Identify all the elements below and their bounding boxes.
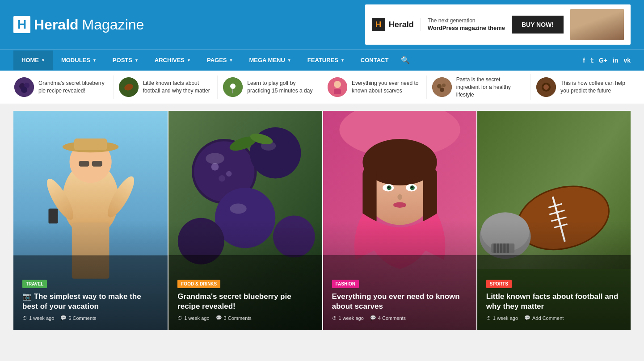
comment-icon: 💬 (60, 315, 67, 321)
svg-point-7 (230, 84, 236, 89)
ticker-thumb-3 (328, 77, 347, 97)
svg-point-36 (219, 175, 226, 182)
ticker-text-0: Grandma's secret blueberry pie recipe re… (38, 80, 108, 95)
comment-icon-sports: 💬 (524, 315, 530, 321)
svg-rect-77 (503, 243, 505, 253)
card-meta-fashion: ⏱ 1 week ago 💬 4 Comments (332, 315, 467, 321)
ticker-item-4[interactable]: Pasta is the secret ingredient for a hea… (427, 74, 531, 100)
nav-inner: HOME ▼ MODULES ▼ POSTS ▼ ARCHIVES ▼ PAGE… (0, 50, 644, 71)
svg-point-72 (481, 213, 529, 252)
svg-rect-11 (334, 89, 341, 94)
ticker-text-2: Learn to play golf by practicing 15 minu… (247, 80, 316, 95)
ad-brand-name: Herald (389, 20, 414, 29)
nav-item-home[interactable]: HOME ▼ (13, 50, 53, 70)
ticker-item-1[interactable]: Little known facts about football and wh… (114, 76, 218, 99)
ticker-item-5[interactable]: This is how coffee can help you predict … (531, 76, 635, 99)
ticker-thumb-0 (14, 77, 34, 97)
svg-point-42 (178, 218, 224, 264)
ad-image (570, 9, 624, 40)
card-category-sports: SPORTS (486, 280, 512, 288)
ticker-text-1: Little known facts about football and wh… (143, 80, 212, 95)
site-header: H Herald Magazine H Herald The next gene… (0, 0, 644, 49)
svg-point-43 (273, 216, 315, 258)
svg-point-60 (393, 202, 406, 208)
nav-item-archives[interactable]: ARCHIVES ▼ (147, 50, 199, 70)
ticker-item-2[interactable]: Learn to play golf by practicing 15 minu… (218, 76, 322, 99)
ticker-text-5: This is how coffee can help you predict … (560, 80, 630, 95)
svg-point-13 (437, 84, 442, 88)
svg-rect-74 (493, 243, 496, 253)
card-meta-travel: ⏱ 1 week ago 💬 6 Comments (22, 315, 159, 321)
comments-meta-sports: 💬 Add Comment (524, 315, 564, 321)
hero-card-food[interactable]: FOOD & DRINKS Grandma's secret blueberry… (168, 111, 322, 330)
ticker-thumb-2 (223, 77, 243, 97)
clock-icon-fashion: ⏱ (332, 315, 337, 321)
comments-meta-travel: 💬 6 Comments (60, 315, 96, 321)
svg-point-41 (230, 204, 247, 214)
ticker-thumb-1 (119, 77, 139, 97)
modules-dropdown-arrow: ▼ (93, 58, 97, 63)
main-nav: HOME ▼ MODULES ▼ POSTS ▼ ARCHIVES ▼ PAGE… (0, 49, 644, 71)
nav-item-posts[interactable]: POSTS ▼ (105, 50, 147, 70)
ticker-bar: Grandma's secret blueberry pie recipe re… (0, 71, 644, 104)
card-category-fashion: FASHION (332, 280, 359, 288)
time-meta-travel: ⏱ 1 week ago (22, 315, 54, 321)
ad-h-box: H (372, 18, 385, 31)
time-meta-sports: ⏱ 1 week ago (486, 315, 518, 321)
camera-icon: 📷 (22, 292, 32, 301)
archives-dropdown-arrow: ▼ (187, 58, 191, 63)
card-overlay-fashion: FASHION Everything you ever need to know… (323, 270, 476, 330)
logo-tagline: Magazine (82, 17, 144, 33)
ticker-thumb-5 (536, 77, 556, 97)
card-meta-food: ⏱ 1 week ago 💬 3 Comments (177, 315, 313, 321)
card-overlay-travel: TRAVEL 📷 The simplest way to make the be… (13, 270, 168, 330)
svg-rect-25 (92, 161, 102, 167)
instagram-link[interactable]: in (613, 57, 618, 64)
comment-icon-fashion: 💬 (370, 315, 376, 321)
home-dropdown-arrow: ▼ (41, 58, 45, 63)
ticker-text-3: Everything you ever need to known about … (352, 80, 421, 95)
svg-point-12 (432, 77, 452, 97)
card-overlay-food: FOOD & DRINKS Grandma's secret blueberry… (168, 270, 322, 330)
svg-rect-23 (74, 139, 107, 150)
comments-meta-fashion: 💬 4 Comments (370, 315, 406, 321)
ticker-text-4: Pasta is the secret ingredient for a hea… (456, 76, 526, 98)
ticker-item-3[interactable]: Everything you ever need to known about … (322, 76, 427, 99)
vk-link[interactable]: vk (623, 57, 631, 64)
facebook-link[interactable]: f (583, 57, 585, 64)
clock-icon-food: ⏱ (177, 315, 182, 321)
svg-point-10 (334, 81, 341, 88)
nav-item-pages[interactable]: PAGES ▼ (199, 50, 241, 70)
features-dropdown-arrow: ▼ (341, 58, 345, 63)
ticker-thumb-4 (432, 77, 452, 97)
svg-point-3 (21, 87, 27, 93)
svg-point-14 (442, 84, 446, 87)
buy-now-button[interactable]: BUY NOW! (512, 16, 564, 34)
nav-item-modules[interactable]: MODULES ▼ (53, 50, 105, 70)
posts-dropdown-arrow: ▼ (135, 58, 139, 63)
card-title-sports: Little known facts about football and wh… (486, 292, 622, 311)
card-overlay-sports: SPORTS Little known facts about football… (477, 270, 631, 330)
hero-card-fashion[interactable]: FASHION Everything you ever need to know… (322, 111, 476, 330)
ticker-item-0[interactable]: Grandma's secret blueberry pie recipe re… (9, 76, 114, 99)
hero-card-sports[interactable]: SPORTS Little known facts about football… (476, 111, 631, 330)
googleplus-link[interactable]: G+ (599, 57, 607, 64)
clock-icon-sports: ⏱ (486, 315, 491, 321)
twitter-link[interactable]: 𝕥 (590, 57, 593, 64)
nav-item-mega-menu[interactable]: MEGA MENU ▼ (241, 50, 299, 70)
hero-section: TRAVEL 📷 The simplest way to make the be… (0, 104, 644, 339)
card-title-fashion: Everything you ever need to known about … (332, 292, 467, 311)
svg-point-59 (397, 194, 402, 200)
ad-banner: H Herald The next generation WordPress m… (365, 4, 631, 45)
comment-icon-food: 💬 (216, 315, 222, 321)
hero-grid: TRAVEL 📷 The simplest way to make the be… (13, 111, 631, 330)
logo[interactable]: H Herald Magazine (13, 16, 144, 33)
nav-item-contact[interactable]: CONTACT (353, 50, 397, 70)
search-icon[interactable]: 🔍 (396, 50, 414, 71)
svg-point-58 (411, 186, 412, 188)
svg-point-40 (215, 188, 275, 248)
social-links: f 𝕥 G+ in vk (583, 57, 631, 64)
nav-item-features[interactable]: FEATURES ▼ (299, 50, 353, 70)
hero-card-travel[interactable]: TRAVEL 📷 The simplest way to make the be… (13, 111, 168, 330)
pages-dropdown-arrow: ▼ (229, 58, 233, 63)
